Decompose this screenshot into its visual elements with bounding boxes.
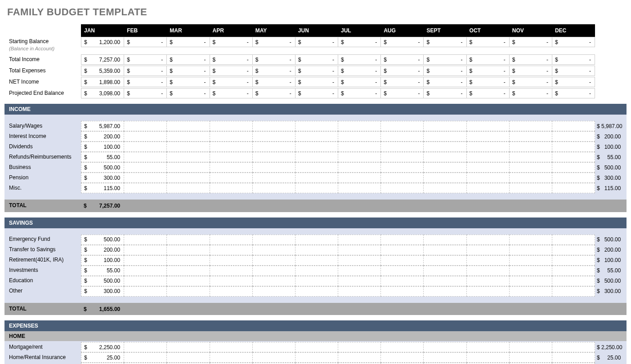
income-3-feb[interactable] [124, 152, 167, 162]
income-6-feb[interactable] [124, 183, 167, 193]
income-2-jan[interactable]: $100.00 [81, 142, 124, 152]
summary-projected_end-sept[interactable]: $- [424, 88, 466, 98]
savings-1-sept[interactable] [424, 245, 466, 255]
income-0-jun[interactable] [295, 121, 338, 131]
income-1-aug[interactable] [381, 131, 424, 142]
income-4-oct[interactable] [467, 162, 510, 173]
summary-projected_end-feb[interactable]: $- [124, 88, 167, 98]
savings-1-feb[interactable] [124, 245, 167, 255]
expenses-home-0-may[interactable] [253, 342, 295, 352]
income-6-dec[interactable] [552, 183, 595, 193]
income-0-dec[interactable] [552, 121, 595, 131]
summary-projected_end-jun[interactable]: $- [295, 88, 338, 98]
expenses-home-0-sept[interactable] [424, 342, 466, 352]
income-1-oct[interactable] [467, 131, 510, 142]
expenses-home-1-oct[interactable] [467, 352, 510, 363]
savings-2-may[interactable] [253, 255, 295, 266]
savings-2-sept[interactable] [424, 255, 466, 266]
savings-5-apr[interactable] [210, 286, 253, 297]
income-4-aug[interactable] [381, 162, 424, 173]
summary-total_income-jun[interactable]: $- [295, 54, 338, 65]
savings-1-oct[interactable] [467, 245, 510, 255]
income-5-jun[interactable] [295, 173, 338, 183]
income-2-apr[interactable] [210, 142, 253, 152]
savings-4-apr[interactable] [210, 276, 253, 286]
expenses-home-1-aug[interactable] [381, 352, 424, 363]
summary-net_income-jan[interactable]: $1,898.00 [81, 77, 124, 87]
savings-3-mar[interactable] [167, 266, 210, 276]
summary-projected_end-nov[interactable]: $- [510, 88, 552, 98]
income-1-feb[interactable] [124, 131, 167, 142]
income-0-apr[interactable] [210, 121, 253, 131]
summary-total_expenses-nov[interactable]: $- [510, 66, 552, 76]
expenses-home-0-aug[interactable] [381, 342, 424, 352]
savings-1-mar[interactable] [167, 245, 210, 255]
summary-total_expenses-sept[interactable]: $- [424, 66, 466, 76]
savings-5-jul[interactable] [338, 286, 381, 297]
savings-0-may[interactable] [253, 235, 295, 245]
savings-2-mar[interactable] [167, 255, 210, 266]
summary-net_income-oct[interactable]: $- [467, 77, 510, 87]
income-2-aug[interactable] [381, 142, 424, 152]
income-0-nov[interactable] [510, 121, 552, 131]
income-5-jul[interactable] [338, 173, 381, 183]
summary-net_income-dec[interactable]: $- [552, 77, 595, 87]
income-0-aug[interactable] [381, 121, 424, 131]
savings-2-oct[interactable] [467, 255, 510, 266]
income-1-nov[interactable] [510, 131, 552, 142]
income-1-sept[interactable] [424, 131, 466, 142]
income-6-nov[interactable] [510, 183, 552, 193]
expenses-home-0-nov[interactable] [510, 342, 552, 352]
income-5-mar[interactable] [167, 173, 210, 183]
savings-2-apr[interactable] [210, 255, 253, 266]
savings-2-jun[interactable] [295, 255, 338, 266]
summary-total_income-jul[interactable]: $- [338, 54, 381, 65]
summary-total_expenses-jul[interactable]: $- [338, 66, 381, 76]
summary-net_income-may[interactable]: $- [253, 77, 295, 87]
income-1-dec[interactable] [552, 131, 595, 142]
savings-3-apr[interactable] [210, 266, 253, 276]
expenses-home-1-dec[interactable] [552, 352, 595, 363]
savings-1-nov[interactable] [510, 245, 552, 255]
income-3-may[interactable] [253, 152, 295, 162]
summary-total_income-dec[interactable]: $- [552, 54, 595, 65]
savings-0-feb[interactable] [124, 235, 167, 245]
expenses-home-0-jul[interactable] [338, 342, 381, 352]
savings-3-aug[interactable] [381, 266, 424, 276]
income-6-aug[interactable] [381, 183, 424, 193]
savings-0-jul[interactable] [338, 235, 381, 245]
savings-4-jul[interactable] [338, 276, 381, 286]
income-0-oct[interactable] [467, 121, 510, 131]
income-2-oct[interactable] [467, 142, 510, 152]
income-2-jun[interactable] [295, 142, 338, 152]
income-3-apr[interactable] [210, 152, 253, 162]
savings-1-jul[interactable] [338, 245, 381, 255]
summary-total_expenses-feb[interactable]: $- [124, 66, 167, 76]
income-6-oct[interactable] [467, 183, 510, 193]
summary-projected_end-dec[interactable]: $- [552, 88, 595, 98]
summary-projected_end-aug[interactable]: $- [381, 88, 424, 98]
income-6-jul[interactable] [338, 183, 381, 193]
income-4-may[interactable] [253, 162, 295, 173]
income-3-dec[interactable] [552, 152, 595, 162]
income-6-jun[interactable] [295, 183, 338, 193]
summary-net_income-mar[interactable]: $- [167, 77, 210, 87]
summary-total_income-mar[interactable]: $- [167, 54, 210, 65]
summary-total_expenses-may[interactable]: $- [253, 66, 295, 76]
summary-total_expenses-aug[interactable]: $- [381, 66, 424, 76]
summary-net_income-feb[interactable]: $- [124, 77, 167, 87]
savings-0-aug[interactable] [381, 235, 424, 245]
summary-starting_balance-nov[interactable]: $- [510, 37, 552, 47]
income-0-jul[interactable] [338, 121, 381, 131]
income-2-may[interactable] [253, 142, 295, 152]
savings-4-aug[interactable] [381, 276, 424, 286]
savings-1-apr[interactable] [210, 245, 253, 255]
savings-3-jun[interactable] [295, 266, 338, 276]
income-0-mar[interactable] [167, 121, 210, 131]
expenses-home-0-dec[interactable] [552, 342, 595, 352]
income-4-mar[interactable] [167, 162, 210, 173]
summary-total_expenses-oct[interactable]: $- [467, 66, 510, 76]
savings-2-nov[interactable] [510, 255, 552, 266]
summary-total_expenses-mar[interactable]: $- [167, 66, 210, 76]
income-4-dec[interactable] [552, 162, 595, 173]
